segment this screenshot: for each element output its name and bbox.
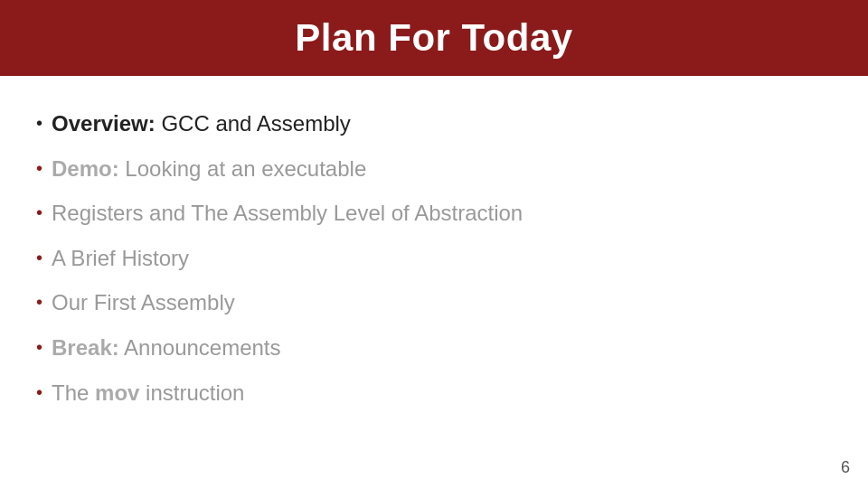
bullet-text-mov: The mov instruction (52, 378, 244, 408)
bullet-dot-demo: • (36, 155, 42, 181)
bullet-text-registers: Registers and The Assembly Level of Abst… (52, 198, 523, 229)
bullet-bold-mov: mov (95, 380, 139, 405)
bullet-label-demo: Demo: (52, 156, 119, 181)
bullet-demo: • Demo: Looking at an executable (36, 148, 832, 190)
bullet-mov: • The mov instruction (36, 372, 832, 414)
slide-container: Plan For Today • Overview: GCC and Assem… (0, 0, 868, 488)
bullet-prefix-mov: The (52, 380, 95, 405)
bullet-first-assembly: • Our First Assembly (36, 282, 832, 324)
bullet-registers: • Registers and The Assembly Level of Ab… (36, 192, 832, 234)
bullet-dot-brief-history: • (36, 245, 42, 270)
bullet-suffix-break: Announcements (124, 335, 280, 360)
bullet-text-first-assembly: Our First Assembly (52, 287, 235, 318)
bullet-overview: • Overview: GCC and Assembly (36, 103, 832, 145)
bullet-text-break: Break: Announcements (52, 333, 281, 363)
page-number: 6 (841, 458, 850, 477)
bullet-suffix-demo: Looking at an executable (125, 156, 366, 181)
bullet-suffix-overview: GCC and Assembly (161, 111, 350, 136)
content-area: • Overview: GCC and Assembly • Demo: Loo… (0, 76, 868, 488)
slide-title: Plan For Today (295, 16, 572, 60)
bullet-break: • Break: Announcements (36, 327, 832, 369)
bullet-label-overview: Overview: (52, 111, 156, 136)
bullet-dot-first-assembly: • (36, 289, 42, 314)
bullet-text-demo: Demo: Looking at an executable (52, 154, 366, 184)
bullet-brief-history: • A Brief History (36, 238, 832, 279)
bullet-dot-break: • (36, 334, 42, 360)
bullet-dot-mov: • (36, 380, 42, 405)
bullet-text-overview: Overview: GCC and Assembly (52, 108, 351, 139)
bullet-text-brief-history: A Brief History (52, 243, 189, 274)
bullet-label-break: Break: (52, 335, 119, 360)
bullet-suffix-mov: instruction (146, 380, 244, 405)
bullet-dot-overview: • (36, 110, 42, 136)
bullet-dot-registers: • (36, 200, 42, 225)
title-bar: Plan For Today (0, 0, 868, 76)
